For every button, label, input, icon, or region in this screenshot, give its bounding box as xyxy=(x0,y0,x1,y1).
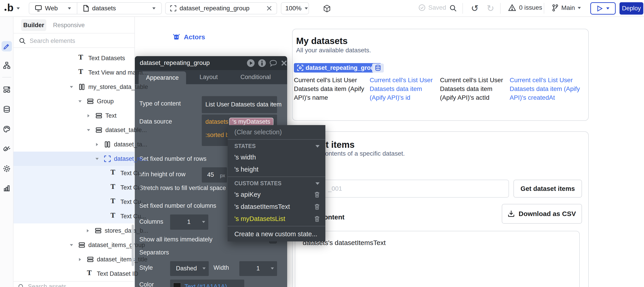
type-of-content-select[interactable]: List User Datasets data item xyxy=(202,96,277,113)
close-tab-icon[interactable] xyxy=(266,5,272,11)
tree-item[interactable]: T Text View and mana... xyxy=(14,65,134,80)
expand-chevron-icon[interactable] xyxy=(87,129,90,131)
close-icon[interactable] xyxy=(280,59,288,68)
table-cell[interactable]: Current cell's List User Datasets data i… xyxy=(510,76,584,102)
element-tab[interactable]: dataset_repeating_group xyxy=(165,2,277,14)
tree-item[interactable]: T Group xyxy=(14,94,134,108)
tree-item[interactable]: T dataset_items_title xyxy=(14,252,134,267)
separator-color-picker[interactable]: Text (#1A1A1A) xyxy=(170,280,244,287)
table-cell[interactable]: Current cell's List User Datasets data i… xyxy=(294,76,366,102)
tab-responsive[interactable]: Responsive xyxy=(50,19,88,31)
columns-select[interactable]: 1 xyxy=(170,215,208,230)
min-height-input[interactable]: 45 px xyxy=(202,167,227,183)
data-source-chip[interactable] xyxy=(372,63,384,72)
tree-item[interactable]: T dataset_ta... xyxy=(14,137,134,152)
issues-indicator[interactable]: 0 issues xyxy=(508,4,542,11)
plugins-icon[interactable] xyxy=(3,145,10,153)
expand-chevron-icon[interactable] xyxy=(96,158,99,160)
tree-item[interactable]: T Text Datasets xyxy=(14,51,134,65)
logo-chevron-icon[interactable] xyxy=(17,7,20,9)
page-select[interactable]: datasets xyxy=(77,5,161,12)
platform-select[interactable]: Web xyxy=(29,5,77,12)
bubble-logo[interactable]: b xyxy=(4,2,14,13)
actors-section-heading[interactable]: Actors xyxy=(172,33,205,41)
my-datasets-title[interactable]: My datasets xyxy=(296,36,348,46)
search-icon[interactable] xyxy=(450,4,456,12)
tree-item[interactable]: T dataset_re... xyxy=(14,152,134,166)
table-cell[interactable]: Current cell's List User Datasets data i… xyxy=(370,76,437,102)
data-icon[interactable] xyxy=(3,106,10,113)
group-element-icon xyxy=(96,112,102,119)
tab-layout[interactable]: Layout xyxy=(200,74,218,81)
comment-icon[interactable] xyxy=(269,59,278,68)
tree-item[interactable]: T Text Cu... xyxy=(14,166,134,180)
tree-item-label: Group xyxy=(97,94,114,108)
dropdown-item[interactable]: CUSTOM STATES xyxy=(228,178,325,188)
dropdown-item[interactable]: 's width xyxy=(228,151,325,163)
dropdown-item[interactable] xyxy=(228,138,325,141)
reusable-elements-icon[interactable] xyxy=(3,86,10,93)
expand-chevron-icon[interactable] xyxy=(87,229,89,233)
design-pencil-icon[interactable] xyxy=(3,42,10,50)
tree-item[interactable]: T stores_data_b... xyxy=(14,224,134,238)
save-status: Saved xyxy=(418,4,446,11)
preview-button[interactable] xyxy=(590,2,616,14)
dropdown-item[interactable]: 's height xyxy=(228,163,325,175)
my-datasets-subtitle[interactable]: All your available datasets. xyxy=(296,47,371,54)
tree-item[interactable]: T dataset_table... xyxy=(14,123,134,137)
tree-item[interactable]: T dataset_items_group xyxy=(14,238,134,252)
tree-item[interactable]: T Text Dataset ID xyxy=(14,267,134,281)
tree-item[interactable]: T Text xyxy=(14,108,134,123)
element-search[interactable]: Search elements xyxy=(14,34,134,48)
zoom-select[interactable]: 100% xyxy=(281,2,309,14)
tab-builder[interactable]: Builder xyxy=(21,19,46,31)
separator-style-select[interactable]: Dashed xyxy=(170,261,209,276)
tree-item[interactable]: T Text Cu... xyxy=(14,195,134,209)
table-cell[interactable]: Current cell's List User Datasets data i… xyxy=(440,76,506,102)
undo-icon[interactable]: ↺ xyxy=(471,3,478,13)
delete-state-icon[interactable] xyxy=(314,215,320,222)
info-icon[interactable] xyxy=(258,59,266,68)
dropdown-item[interactable]: Create a new custom state... xyxy=(228,228,325,241)
selected-element-badge[interactable]: dataset_repeating_group xyxy=(294,63,381,72)
download-csv-button[interactable]: Download as CSV xyxy=(502,204,582,224)
dataset-id-input[interactable]: _001 xyxy=(299,180,509,198)
tree-item[interactable]: T Text Cu... xyxy=(14,209,134,224)
text-element-icon: T xyxy=(110,212,117,219)
expand-chevron-icon[interactable] xyxy=(78,100,82,102)
delete-state-icon[interactable] xyxy=(314,191,320,198)
dropdown-item[interactable] xyxy=(228,175,325,178)
dropdown-item[interactable]: (Clear selection) xyxy=(228,126,325,138)
delete-state-icon[interactable] xyxy=(314,203,320,210)
styles-palette-icon[interactable] xyxy=(3,125,10,133)
inspector-header[interactable]: dataset_repeating_group xyxy=(135,56,287,70)
expand-chevron-icon[interactable] xyxy=(79,258,81,261)
expand-chevron-icon[interactable] xyxy=(70,86,73,88)
dropdown-item[interactable] xyxy=(228,225,325,228)
deploy-button[interactable]: Deploy xyxy=(620,2,643,14)
tab-conditional[interactable]: Conditional xyxy=(240,74,271,81)
tree-item[interactable]: T Text Cu... xyxy=(14,180,134,195)
tree-item[interactable]: T my_stores_data_table xyxy=(14,80,134,94)
chevron-down-icon xyxy=(606,7,610,9)
tree-scrollbar[interactable] xyxy=(132,225,134,266)
dropdown-item[interactable]: 's apiKey xyxy=(228,188,325,201)
dropdown-item[interactable]: 's myDatasetsList xyxy=(228,213,325,225)
settings-gear-icon[interactable] xyxy=(3,165,10,172)
redo-icon[interactable]: ↻ xyxy=(487,3,494,13)
expand-chevron-icon[interactable] xyxy=(88,114,90,117)
workflow-icon[interactable] xyxy=(3,61,10,69)
expand-chevron-icon[interactable] xyxy=(70,244,73,246)
component-cube-icon[interactable] xyxy=(323,4,331,12)
branch-select[interactable]: Main xyxy=(552,4,581,12)
logs-chart-icon[interactable] xyxy=(3,184,10,192)
page-icon xyxy=(83,5,89,12)
dropdown-item[interactable]: 's datasetItemsText xyxy=(228,201,325,213)
dropdown-item[interactable]: STATES xyxy=(228,141,325,151)
expression-suffix: :sorted b xyxy=(206,132,229,139)
play-element-icon[interactable] xyxy=(246,59,255,68)
get-dataset-items-button[interactable]: Get dataset items xyxy=(514,180,582,198)
expand-chevron-icon[interactable] xyxy=(96,143,98,146)
separator-width-select[interactable]: 1 xyxy=(239,261,277,276)
dataset-items-textbox[interactable]: datasets's datasetItemsText xyxy=(295,231,580,287)
